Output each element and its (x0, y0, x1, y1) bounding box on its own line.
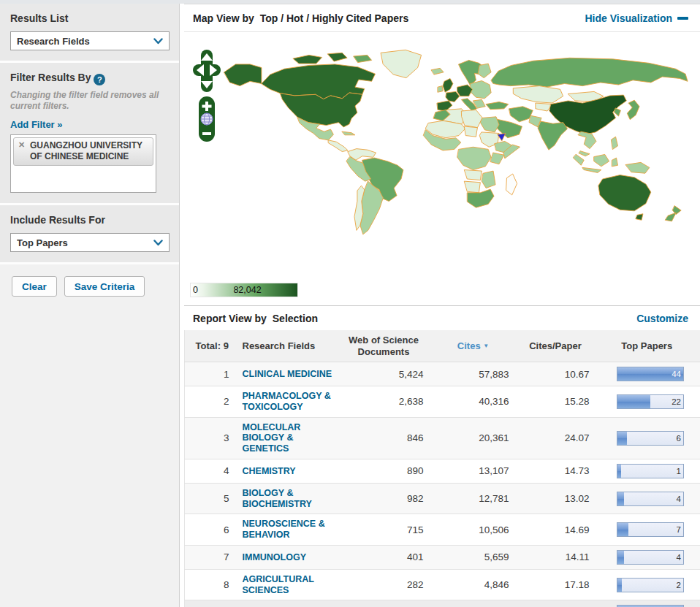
research-field-link[interactable]: CLINICAL MEDICINE (243, 369, 332, 380)
actions-section: Clear Save Criteria (0, 264, 179, 607)
table-row: 8 AGRICULTURAL SCIENCES 282 4,846 17.18 … (185, 569, 700, 600)
remove-filter-icon[interactable]: ✕ (18, 140, 25, 150)
cites-cell: 57,883 (430, 362, 517, 386)
map-view-title: Map View by Top / Hot / Highly Cited Pap… (193, 12, 408, 24)
documents-cell: 282 (338, 569, 430, 600)
research-field-cell: MOLECULAR BIOLOGY & GENETICS (240, 417, 338, 459)
research-field-link[interactable]: IMMUNOLOGY (243, 552, 307, 563)
top-papers-value: 22 (672, 397, 681, 406)
column-header-cites-sorted[interactable]: Cites ▼ (430, 330, 517, 362)
report-panel-header: Report View by Selection Customize (184, 305, 700, 330)
cites-cell: 4,846 (430, 569, 517, 600)
chevron-down-icon (153, 240, 163, 246)
rank-cell: 7 (185, 545, 240, 569)
research-field-link[interactable]: CHEMISTRY (243, 466, 296, 477)
clear-button[interactable]: Clear (12, 276, 57, 297)
main-content: Map View by Top / Hot / Highly Cited Pap… (180, 4, 700, 607)
table-header-row: Total: 9 Research Fields Web of Science … (185, 330, 700, 362)
top-papers-value: 44 (672, 370, 681, 378)
cites-per-paper-cell: 24.07 (517, 417, 594, 459)
research-field-link[interactable]: BIOLOGY & BIOCHEMISTRY (243, 488, 335, 510)
cites-cell: 13,107 (430, 459, 517, 483)
documents-cell: 846 (338, 417, 430, 459)
hide-visualization-link[interactable]: Hide Visualization (585, 12, 688, 24)
research-field-cell: CHEMISTRY (240, 459, 338, 483)
top-papers-value: 4 (677, 495, 681, 503)
rank-cell: 1 (185, 362, 240, 386)
chevron-down-icon (153, 38, 163, 45)
filter-tag: ✕ GUANGZHOU UNIVERSITY OF CHINESE MEDICI… (13, 137, 153, 166)
table-row: 1 CLINICAL MEDICINE 5,424 57,883 10.67 4… (185, 362, 700, 386)
filter-tag-label: GUANGZHOU UNIVERSITY OF CHINESE MEDICINE (30, 140, 142, 161)
documents-cell: 13,488 (338, 600, 430, 607)
results-list-select[interactable]: Research Fields (10, 31, 170, 50)
results-list-section: Results List Research Fields (0, 4, 179, 63)
research-field-link[interactable]: PHARMACOLOGY & TOXICOLOGY (243, 391, 335, 413)
documents-cell: 2,638 (338, 386, 430, 418)
results-list-selected-value: Research Fields (17, 36, 153, 47)
help-icon[interactable]: ? (94, 74, 105, 85)
column-header-top-papers[interactable]: Top Papers (594, 330, 700, 362)
cites-per-paper-cell: 10.67 (517, 362, 594, 386)
cites-per-paper-cell: 17.18 (517, 569, 594, 600)
documents-cell: 401 (338, 545, 430, 569)
report-view-title-selection: Selection (273, 313, 318, 324)
table-row: 5 BIOLOGY & BIOCHEMISTRY 982 12,781 13.0… (185, 483, 700, 514)
top-papers-cell: 107 (594, 600, 700, 607)
legend-min-value: 0 (193, 285, 198, 295)
research-field-link[interactable]: AGRICULTURAL SCIENCES (243, 574, 335, 596)
top-papers-bar-fill (617, 492, 624, 505)
top-papers-value: 1 (677, 467, 681, 476)
add-filter-link[interactable]: Add Filter » (10, 119, 63, 130)
include-results-heading: Include Results For (10, 214, 169, 226)
research-field-link[interactable]: NEUROSCIENCE & BEHAVIOR (243, 519, 335, 541)
report-table: Total: 9 Research Fields Web of Science … (184, 330, 700, 607)
research-field-cell: PHARMACOLOGY & TOXICOLOGY (240, 386, 338, 418)
cites-per-paper-cell: 15.28 (517, 386, 594, 418)
top-papers-cell: 7 (594, 514, 700, 546)
top-papers-bar: 4 (617, 492, 684, 506)
report-view-title: Report View by Selection (193, 313, 318, 324)
research-field-cell: IMMUNOLOGY (240, 545, 338, 569)
map-panel: Map View by Top / Hot / Highly Cited Pap… (184, 4, 700, 305)
column-header-wos-documents[interactable]: Web of Science Documents (338, 330, 430, 362)
hide-visualization-label: Hide Visualization (585, 12, 672, 24)
map-legend: 0 82,042 (190, 283, 298, 297)
top-papers-bar: 6 (617, 431, 684, 446)
map-panel-header: Map View by Top / Hot / Highly Cited Pap… (184, 4, 700, 32)
documents-cell: 890 (338, 459, 430, 483)
column-header-cites-per-paper[interactable]: Cites/Paper (517, 330, 594, 362)
top-papers-cell: 22 (594, 386, 700, 418)
rank-cell: 2 (185, 386, 240, 418)
top-papers-cell: 6 (594, 417, 700, 459)
column-header-research-fields[interactable]: Research Fields (240, 330, 338, 362)
customize-link[interactable]: Customize (636, 313, 688, 324)
rank-cell: 3 (185, 417, 240, 459)
include-results-select[interactable]: Top Papers (10, 233, 170, 252)
column-header-total: Total: 9 (185, 330, 240, 362)
save-criteria-button[interactable]: Save Criteria (64, 276, 145, 297)
cites-cell: 183,892 (430, 600, 517, 607)
table-row: 0 ALL FIELDS 13,488 183,892 13.63 107 (185, 600, 700, 607)
research-field-link[interactable]: MOLECULAR BIOLOGY & GENETICS (243, 422, 335, 454)
world-map[interactable] (208, 48, 691, 237)
top-papers-bar: 1 (617, 464, 684, 478)
top-papers-bar: 22 (617, 394, 684, 409)
report-panel: Report View by Selection Customize Total… (184, 305, 700, 607)
filter-section: Filter Results By? Changing the filter f… (0, 63, 179, 205)
results-list-heading: Results List (10, 12, 169, 24)
top-papers-cell: 4 (594, 545, 700, 569)
cites-header-label: Cites (457, 340, 481, 351)
cites-per-paper-cell: 13.63 (517, 600, 594, 607)
research-field-cell: ALL FIELDS (240, 600, 338, 607)
table-row: 4 CHEMISTRY 890 13,107 14.73 1 (185, 459, 700, 483)
map-view-title-selection: Top / Hot / Highly Cited Papers (260, 12, 409, 24)
top-papers-bar: 7 (617, 522, 684, 537)
top-papers-bar-fill (617, 395, 650, 408)
table-row: 6 NEUROSCIENCE & BEHAVIOR 715 10,506 14.… (185, 514, 700, 546)
cites-cell: 12,781 (430, 483, 517, 514)
table-row: 3 MOLECULAR BIOLOGY & GENETICS 846 20,36… (185, 417, 700, 459)
top-papers-value: 2 (677, 581, 681, 589)
include-results-section: Include Results For Top Papers (0, 205, 179, 264)
table-row: 2 PHARMACOLOGY & TOXICOLOGY 2,638 40,316… (185, 386, 700, 418)
